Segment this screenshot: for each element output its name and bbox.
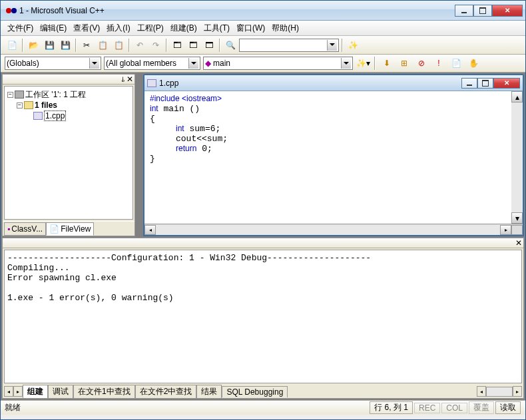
editor-vscrollbar[interactable]: ▴ ▾: [511, 91, 523, 224]
toolbar-main: 📄 📂 💾 💾 ✂ 📋 📋 ↶ ↷ 🗔 🗔 🗖 🔍 ✨: [1, 36, 525, 55]
status-rec: REC: [414, 403, 440, 413]
tree-workspace-label: 工作区 '1': 1 工程: [25, 89, 86, 101]
members-text: (All global members: [106, 59, 176, 68]
tab-result[interactable]: 结果: [196, 385, 222, 398]
menu-window[interactable]: 窗口(W): [234, 21, 268, 35]
editor-close-button[interactable]: [493, 78, 520, 89]
editor-titlebar: 1.cpp: [144, 75, 523, 91]
output-tabs: ◂ ▸ 组建 调试 在文件1中查找 在文件2中查找 结果 SQL Debuggi…: [3, 385, 523, 398]
build-icon[interactable]: ⬇: [380, 56, 394, 71]
editor-hscrollbar[interactable]: ◂▸: [144, 224, 523, 235]
undo-icon[interactable]: ↶: [132, 38, 147, 53]
tree-project-label: 1 files: [35, 101, 57, 110]
close-panel-icon[interactable]: ✕: [127, 75, 133, 84]
open-icon[interactable]: 📂: [26, 38, 41, 53]
editor-max-button[interactable]: [477, 78, 493, 89]
compile-icon[interactable]: ⊞: [397, 56, 411, 71]
menu-tool[interactable]: 工具(T): [201, 21, 232, 35]
output-scroll-left[interactable]: ◂: [477, 386, 486, 397]
diamond-icon: ◆: [205, 59, 211, 68]
mdi-area: 1.cpp #include <iostream> int main () { …: [136, 74, 524, 236]
find-combo[interactable]: [239, 39, 339, 52]
scope-combo[interactable]: (Globals): [5, 57, 101, 70]
find-icon[interactable]: 🔍: [223, 38, 238, 53]
menu-view[interactable]: 查看(V): [71, 21, 103, 35]
workspace: ⫰ ✕ −工作区 '1': 1 工程 −1 files 1.cpp ▪Class…: [1, 73, 525, 400]
editor-min-button[interactable]: [461, 78, 477, 89]
workspace-tabs: ▪ClassV... 📄FileView: [3, 221, 134, 236]
tree-project[interactable]: −1 files: [7, 100, 130, 110]
editor-filename: 1.cpp: [159, 79, 461, 88]
cpp-file-icon: [147, 79, 156, 87]
pin-icon[interactable]: ⫰: [121, 75, 125, 84]
output-icon[interactable]: 🗔: [186, 38, 200, 53]
output-text[interactable]: --------------------Configuration: 1 - W…: [4, 250, 522, 383]
tab-find2[interactable]: 在文件2中查找: [135, 385, 197, 398]
paste-icon[interactable]: 📋: [111, 38, 126, 53]
output-header: ✕: [3, 238, 523, 248]
tab-find1[interactable]: 在文件1中查找: [73, 385, 135, 398]
status-ovr: 覆盖: [469, 401, 494, 414]
panel-header: ⫰ ✕: [3, 75, 134, 85]
close-button[interactable]: [492, 5, 523, 17]
code-editor[interactable]: #include <iostream> int main () { int su…: [144, 91, 511, 224]
tab-scroll-right[interactable]: ▸: [13, 386, 23, 397]
status-position: 行 6, 列 1: [370, 401, 413, 414]
menu-project[interactable]: 工程(P): [134, 21, 166, 35]
titlebar: 1 - Microsoft Visual C++: [1, 1, 525, 21]
tab-scroll-left[interactable]: ◂: [4, 386, 13, 397]
go-icon[interactable]: 📄: [449, 56, 463, 71]
wizard-icon[interactable]: ✨: [346, 38, 360, 53]
save-all-icon[interactable]: 💾: [58, 38, 73, 53]
status-ready: 就绪: [5, 402, 369, 413]
menubar: 文件(F) 编辑(E) 查看(V) 插入(I) 工程(P) 组建(B) 工具(T…: [1, 21, 525, 36]
redo-icon[interactable]: ↷: [148, 38, 163, 53]
menu-file[interactable]: 文件(F): [5, 21, 36, 35]
scope-text: (Globals): [7, 59, 39, 68]
menu-edit[interactable]: 编辑(E): [37, 21, 69, 35]
workspace-panel: ⫰ ✕ −工作区 '1': 1 工程 −1 files 1.cpp ▪Class…: [2, 74, 135, 236]
cut-icon[interactable]: ✂: [79, 38, 94, 53]
save-icon[interactable]: 💾: [42, 38, 57, 53]
window-title: 1 - Microsoft Visual C++: [19, 6, 455, 15]
function-combo[interactable]: ◆main: [203, 57, 353, 70]
app-icon: [6, 5, 17, 16]
maximize-button[interactable]: [473, 5, 492, 17]
editor-window: 1.cpp #include <iostream> int main () { …: [143, 74, 524, 236]
tab-debug[interactable]: 调试: [48, 385, 73, 398]
status-read: 读取: [495, 401, 521, 414]
breakpoint-icon[interactable]: ✋: [466, 56, 481, 71]
tree-file[interactable]: 1.cpp: [7, 110, 130, 121]
new-file-icon[interactable]: 📄: [5, 38, 19, 53]
tab-fileview[interactable]: 📄FileView: [46, 222, 94, 236]
wand-icon[interactable]: ✨▾: [356, 56, 370, 71]
menu-insert[interactable]: 插入(I): [104, 21, 132, 35]
menu-build[interactable]: 组建(B): [168, 21, 200, 35]
members-combo[interactable]: (All global members: [104, 57, 200, 70]
minimize-button[interactable]: [455, 5, 473, 17]
stop-build-icon[interactable]: ⊘: [414, 56, 429, 71]
statusbar: 就绪 行 6, 列 1 REC COL 覆盖 读取: [1, 400, 525, 415]
tree-file-label: 1.cpp: [44, 110, 66, 121]
tree-workspace[interactable]: −工作区 '1': 1 工程: [7, 89, 130, 100]
tab-classview[interactable]: ▪ClassV...: [4, 222, 46, 236]
output-scroll-right[interactable]: ▸: [513, 386, 522, 397]
wizbar: (Globals) (All global members ◆main ✨▾ ⬇…: [1, 55, 525, 73]
window-list-icon[interactable]: 🗖: [202, 38, 216, 53]
file-tree[interactable]: −工作区 '1': 1 工程 −1 files 1.cpp: [4, 86, 133, 220]
func-text: main: [213, 59, 230, 68]
window-buttons: [455, 5, 523, 17]
tab-build[interactable]: 组建: [23, 385, 48, 398]
workspace-icon[interactable]: 🗔: [170, 38, 184, 53]
copy-icon[interactable]: 📋: [95, 38, 110, 53]
status-col: COL: [441, 403, 467, 413]
menu-help[interactable]: 帮助(H): [269, 21, 302, 35]
execute-icon[interactable]: !: [431, 56, 446, 71]
close-output-icon[interactable]: ✕: [515, 238, 522, 248]
tab-sql[interactable]: SQL Debugging: [222, 386, 288, 397]
output-panel: ✕ --------------------Configuration: 1 -…: [2, 238, 524, 399]
